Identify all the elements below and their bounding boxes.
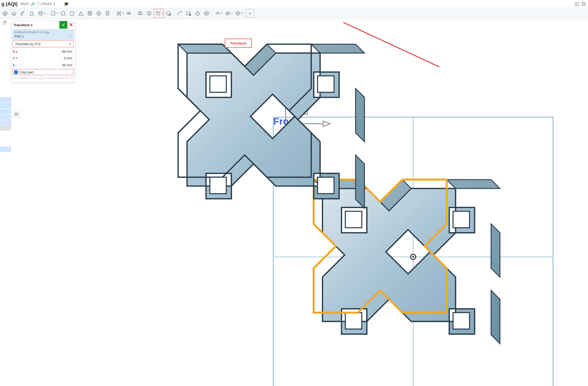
document-title: g (AQI) xyxy=(1,1,18,7)
svg-point-12 xyxy=(97,11,101,15)
svg-point-19 xyxy=(118,13,119,14)
education-icon[interactable]: 🎓 xyxy=(64,1,69,6)
svg-point-9 xyxy=(12,12,16,14)
transform-tool-highlighted[interactable]: ▼ xyxy=(154,9,164,18)
transform-icon[interactable] xyxy=(154,9,163,18)
svg-rect-0 xyxy=(575,2,578,5)
section-select-icon[interactable] xyxy=(246,9,254,18)
replace-face-icon[interactable] xyxy=(202,9,211,18)
thicken-icon[interactable] xyxy=(37,9,45,18)
mirror-icon[interactable] xyxy=(125,9,133,18)
svg-point-17 xyxy=(117,14,118,15)
thread-icon[interactable] xyxy=(103,9,112,18)
fillet-icon[interactable] xyxy=(49,9,57,18)
boolean-icon[interactable] xyxy=(136,9,145,18)
split-icon[interactable] xyxy=(145,9,153,18)
branch-name[interactable]: Main xyxy=(20,1,29,6)
modify-fillet-icon[interactable] xyxy=(176,9,184,18)
svg-point-18 xyxy=(120,14,121,15)
move-face-icon[interactable] xyxy=(193,9,202,18)
hole-icon[interactable] xyxy=(94,9,103,18)
feature-toolbar: ▼ ▼ ▼ ▼ ▼ ▼ ▼ xyxy=(0,8,588,19)
svg-rect-6 xyxy=(584,4,586,5)
link-icon[interactable]: 🔗 xyxy=(31,2,35,6)
svg-rect-11 xyxy=(89,12,91,14)
document-header: g (AQI) Main 🔗 Week 2 🎓 xyxy=(0,0,588,8)
delete-part-icon[interactable] xyxy=(164,9,173,18)
offset-surf-icon[interactable] xyxy=(213,9,222,18)
svg-point-16 xyxy=(120,11,121,12)
svg-rect-10 xyxy=(88,12,92,15)
shell-icon[interactable] xyxy=(85,9,94,18)
boundary-icon[interactable] xyxy=(224,9,232,18)
svg-rect-5 xyxy=(582,4,583,5)
chamfer-icon[interactable] xyxy=(59,9,67,18)
svg-rect-4 xyxy=(582,2,583,3)
rib-icon[interactable] xyxy=(77,9,85,18)
add-app-icon[interactable] xyxy=(581,1,587,7)
delete-face-icon[interactable] xyxy=(185,9,193,18)
loft-icon[interactable] xyxy=(28,9,36,18)
revolve-icon[interactable] xyxy=(10,9,18,18)
pattern-icon[interactable] xyxy=(115,9,123,18)
folder-breadcrumb[interactable]: Week 2 xyxy=(37,1,55,6)
svg-point-13 xyxy=(98,12,100,14)
svg-point-25 xyxy=(237,13,238,14)
draft-icon[interactable] xyxy=(68,9,76,18)
sweep-icon[interactable] xyxy=(19,9,27,18)
enclose-icon[interactable] xyxy=(233,9,242,18)
checklist-icon[interactable] xyxy=(574,1,580,7)
svg-point-15 xyxy=(117,11,118,12)
extrude-icon[interactable] xyxy=(1,9,9,18)
